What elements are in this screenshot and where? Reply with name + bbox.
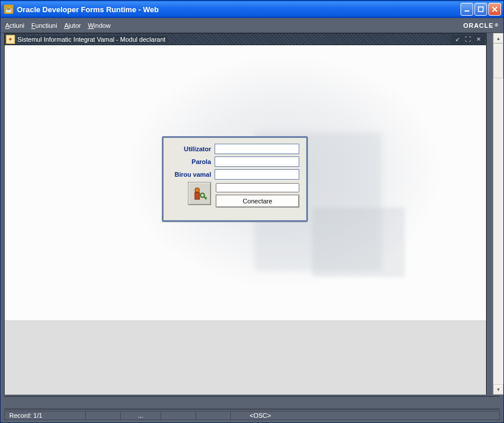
mdi-area: ✦ Sistemul Informatic Integrat Vamal - M…	[1, 33, 503, 395]
svg-rect-1	[478, 7, 483, 12]
vertical-scrollbar[interactable]: ▴ ▾	[493, 33, 503, 395]
scroll-up-arrow-icon[interactable]: ▴	[494, 33, 503, 43]
mdi-window: ✦ Sistemul Informatic Integrat Vamal - M…	[4, 33, 487, 395]
java-cup-icon: ☕	[4, 5, 13, 14]
svg-rect-5	[195, 192, 200, 199]
minimize-button[interactable]	[461, 3, 473, 16]
mdi-title: Sistemul Informatic Integrat Vamal - Mod…	[17, 36, 168, 43]
menubar: Actiuni Functiuni Ajutor Window ORACLE®	[1, 18, 503, 33]
application-window: ☕ Oracle Developer Forms Runtime - Web A…	[0, 0, 504, 423]
office-name-readonly	[216, 183, 299, 192]
status-bar: Record: 1/1 ... <OSC>	[1, 410, 503, 422]
login-canvas: Utilizator Parola Birou vamal	[5, 45, 486, 320]
mdi-restore-icon[interactable]: ⛶	[463, 35, 473, 44]
status-cell-3	[195, 411, 230, 420]
user-label: Utilizator	[169, 145, 211, 152]
status-record: Record: 1/1	[4, 411, 85, 420]
password-label: Parola	[169, 158, 211, 165]
mdi-close-icon[interactable]: ✕	[473, 35, 484, 44]
login-panel: Utilizator Parola Birou vamal	[162, 136, 308, 222]
status-cell-1	[85, 411, 120, 420]
window-title: Oracle Developer Forms Runtime - Web	[17, 5, 159, 14]
window-titlebar[interactable]: ☕ Oracle Developer Forms Runtime - Web	[1, 1, 503, 18]
connect-button-label: Conectare	[243, 198, 273, 205]
password-input[interactable]	[215, 156, 299, 167]
office-label: Birou vamal	[169, 171, 211, 178]
mdi-titlebar[interactable]: ✦ Sistemul Informatic Integrat Vamal - M…	[5, 34, 486, 45]
svg-point-4	[195, 188, 200, 192]
maximize-button[interactable]	[474, 3, 487, 16]
user-input[interactable]	[215, 144, 299, 154]
menu-actiuni[interactable]: Actiuni	[5, 22, 24, 29]
menu-window[interactable]: Window	[88, 22, 110, 29]
status-osc: <OSC>	[230, 411, 500, 420]
connect-button[interactable]: Conectare	[216, 195, 299, 207]
workspace: ✦ Sistemul Informatic Integrat Vamal - M…	[1, 33, 503, 422]
key-icon-button[interactable]	[188, 182, 211, 205]
scroll-down-arrow-icon[interactable]: ▾	[494, 384, 503, 395]
canvas-lower-band	[5, 320, 486, 395]
menu-ajutor[interactable]: Ajutor	[64, 22, 81, 29]
oracle-logo: ORACLE®	[463, 22, 499, 29]
person-key-icon	[192, 186, 207, 201]
background-monitor-shape	[312, 207, 405, 277]
status-cell-2	[161, 411, 195, 420]
svg-line-8	[205, 197, 206, 198]
mdi-minimize-icon[interactable]: ↙	[452, 35, 463, 44]
mdi-body: Utilizator Parola Birou vamal	[5, 45, 486, 395]
scroll-thumb[interactable]	[494, 43, 503, 78]
menu-functiuni[interactable]: Functiuni	[31, 22, 57, 29]
svg-rect-0	[465, 10, 469, 12]
office-input[interactable]	[215, 169, 299, 180]
scroll-track[interactable]	[494, 78, 503, 384]
module-icon: ✦	[6, 35, 15, 44]
message-groove	[4, 396, 500, 410]
status-dots: ...	[120, 411, 161, 420]
close-button[interactable]	[488, 3, 501, 16]
